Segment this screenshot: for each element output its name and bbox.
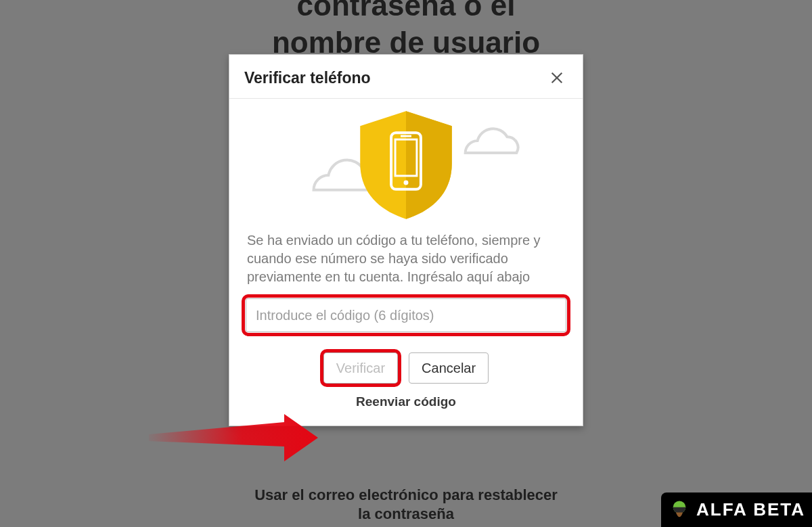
- modal-title: Verificar teléfono: [244, 69, 371, 87]
- close-button[interactable]: [546, 67, 568, 89]
- modal-hero-illustration: [229, 99, 583, 227]
- svg-point-4: [404, 180, 409, 185]
- annotation-highlight-verify: Verificar: [323, 352, 398, 384]
- shield-phone-icon: [229, 99, 583, 227]
- code-input[interactable]: [246, 298, 566, 332]
- watermark: ALFA BETA: [661, 492, 812, 527]
- code-input-container: [246, 298, 566, 332]
- modal-header: Verificar teléfono: [229, 55, 583, 99]
- watermark-text: ALFA BETA: [696, 499, 805, 520]
- resend-code-link[interactable]: Reenviar código: [229, 394, 583, 409]
- cancel-button[interactable]: Cancelar: [409, 352, 489, 384]
- watermark-logo-icon: [668, 499, 691, 522]
- verify-phone-modal: Verificar teléfono: [229, 54, 583, 426]
- modal-instructions: Se ha enviado un código a tu teléfono, s…: [229, 227, 583, 298]
- modal-button-row: Verificar Cancelar: [229, 352, 583, 384]
- verify-button[interactable]: Verificar: [323, 352, 398, 384]
- close-icon: [549, 70, 564, 85]
